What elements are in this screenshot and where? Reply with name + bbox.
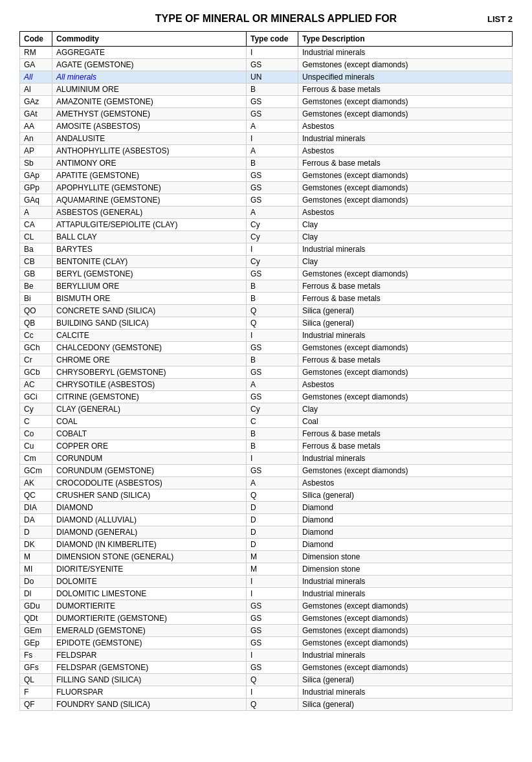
- cell-typecode: I: [247, 47, 298, 59]
- cell-commodity: CALCITE: [52, 330, 247, 342]
- cell-commodity: COAL: [52, 416, 247, 428]
- cell-commodity: CLAY (GENERAL): [52, 403, 247, 416]
- cell-typedesc: Gemstones (except diamonds): [298, 612, 513, 625]
- cell-commodity: AMAZONITE (GEMSTONE): [52, 96, 247, 108]
- cell-code: GB: [20, 268, 52, 280]
- table-row: AllAll mineralsUNUnspecified minerals: [20, 71, 513, 84]
- cell-typedesc: Ferrous & base metals: [298, 293, 513, 305]
- cell-code: AK: [20, 477, 52, 489]
- cell-code: Dl: [20, 588, 52, 600]
- table-row: CcCALCITEIIndustrial minerals: [20, 330, 513, 342]
- cell-typecode: A: [247, 145, 298, 157]
- cell-code: DA: [20, 514, 52, 526]
- cell-code: Cc: [20, 330, 52, 342]
- cell-code: GDu: [20, 600, 52, 612]
- cell-typecode: GS: [247, 391, 298, 403]
- cell-commodity: ANTHOPHYLLITE (ASBESTOS): [52, 145, 247, 157]
- cell-typedesc: Gemstones (except diamonds): [298, 391, 513, 403]
- cell-commodity: AMETHYST (GEMSTONE): [52, 108, 247, 120]
- table-row: FFLUORSPARIIndustrial minerals: [20, 686, 513, 699]
- cell-code: QC: [20, 489, 52, 502]
- cell-typedesc: Gemstones (except diamonds): [298, 637, 513, 649]
- cell-typecode: I: [247, 243, 298, 256]
- cell-commodity: CROCODOLITE (ASBESTOS): [52, 477, 247, 489]
- table-row: DKDIAMOND (IN KIMBERLITE)DDiamond: [20, 539, 513, 551]
- cell-code: All: [20, 71, 52, 84]
- table-row: QOCONCRETE SAND (SILICA)QSilica (general…: [20, 305, 513, 317]
- cell-typedesc: Asbestos: [298, 379, 513, 391]
- cell-typedesc: Gemstones (except diamonds): [298, 366, 513, 379]
- table-row: CAATTAPULGITE/SEPIOLITE (CLAY)CyClay: [20, 219, 513, 231]
- cell-commodity: EPIDOTE (GEMSTONE): [52, 637, 247, 649]
- cell-typecode: C: [247, 416, 298, 428]
- cell-code: GFs: [20, 662, 52, 674]
- cell-typedesc: Clay: [298, 231, 513, 243]
- table-row: CCOALCCoal: [20, 416, 513, 428]
- table-row: APANTHOPHYLLITE (ASBESTOS)AAsbestos: [20, 145, 513, 157]
- table-row: CoCOBALTBFerrous & base metals: [20, 428, 513, 440]
- cell-code: GEp: [20, 637, 52, 649]
- cell-typecode: Q: [247, 305, 298, 317]
- cell-commodity: ASBESTOS (GENERAL): [52, 207, 247, 219]
- table-row: GDuDUMORTIERITEGSGemstones (except diamo…: [20, 600, 513, 612]
- table-row: QLFILLING SAND (SILICA)QSilica (general): [20, 674, 513, 686]
- cell-typecode: M: [247, 551, 298, 563]
- cell-commodity: DIAMOND (IN KIMBERLITE): [52, 539, 247, 551]
- cell-commodity: CHRYSOTILE (ASBESTOS): [52, 379, 247, 391]
- cell-typedesc: Gemstones (except diamonds): [298, 625, 513, 637]
- table-row: GCmCORUNDUM (GEMSTONE)GSGemstones (excep…: [20, 465, 513, 477]
- cell-typecode: B: [247, 428, 298, 440]
- cell-typecode: I: [247, 649, 298, 662]
- cell-code: Fs: [20, 649, 52, 662]
- cell-typedesc: Ferrous & base metals: [298, 428, 513, 440]
- cell-typecode: B: [247, 440, 298, 453]
- cell-code: DIA: [20, 502, 52, 514]
- cell-typedesc: Diamond: [298, 526, 513, 539]
- cell-code: Ba: [20, 243, 52, 256]
- cell-typecode: B: [247, 84, 298, 96]
- cell-typedesc: Gemstones (except diamonds): [298, 96, 513, 108]
- table-row: GBBERYL (GEMSTONE)GSGemstones (except di…: [20, 268, 513, 280]
- cell-commodity: ATTAPULGITE/SEPIOLITE (CLAY): [52, 219, 247, 231]
- table-row: QCCRUSHER SAND (SILICA)QSilica (general): [20, 489, 513, 502]
- cell-commodity: DIORITE/SYENITE: [52, 563, 247, 576]
- table-row: CyCLAY (GENERAL)CyClay: [20, 403, 513, 416]
- cell-commodity: AQUAMARINE (GEMSTONE): [52, 194, 247, 207]
- cell-code: Bi: [20, 293, 52, 305]
- cell-typecode: GS: [247, 182, 298, 194]
- cell-typedesc: Industrial minerals: [298, 576, 513, 588]
- cell-typedesc: Unspecified minerals: [298, 71, 513, 84]
- cell-commodity: DOLOMITE: [52, 576, 247, 588]
- cell-typecode: I: [247, 453, 298, 465]
- table-row: AAAMOSITE (ASBESTOS)AAsbestos: [20, 120, 513, 133]
- cell-commodity: CHRYSOBERYL (GEMSTONE): [52, 366, 247, 379]
- cell-typedesc: Gemstones (except diamonds): [298, 268, 513, 280]
- cell-typedesc: Asbestos: [298, 145, 513, 157]
- cell-typecode: Cy: [247, 403, 298, 416]
- cell-commodity: BERYLLIUM ORE: [52, 280, 247, 293]
- cell-typedesc: Industrial minerals: [298, 649, 513, 662]
- cell-typedesc: Ferrous & base metals: [298, 157, 513, 170]
- cell-commodity: DUMORTIERITE: [52, 600, 247, 612]
- cell-code: GAt: [20, 108, 52, 120]
- cell-typedesc: Asbestos: [298, 477, 513, 489]
- cell-commodity: BENTONITE (CLAY): [52, 256, 247, 268]
- cell-commodity: BUILDING SAND (SILICA): [52, 317, 247, 330]
- cell-code: GCi: [20, 391, 52, 403]
- cell-typedesc: Industrial minerals: [298, 47, 513, 59]
- table-row: BaBARYTESIIndustrial minerals: [20, 243, 513, 256]
- col-header-code: Code: [20, 32, 52, 47]
- cell-commodity: COPPER ORE: [52, 440, 247, 453]
- cell-commodity: CHALCEDONY (GEMSTONE): [52, 342, 247, 354]
- table-row: GAzAMAZONITE (GEMSTONE)GSGemstones (exce…: [20, 96, 513, 108]
- cell-typedesc: Silica (general): [298, 489, 513, 502]
- table-row: GCiCITRINE (GEMSTONE)GSGemstones (except…: [20, 391, 513, 403]
- table-row: GApAPATITE (GEMSTONE)GSGemstones (except…: [20, 170, 513, 182]
- table-row: FsFELDSPARIIndustrial minerals: [20, 649, 513, 662]
- col-header-commodity: Commodity: [52, 32, 247, 47]
- cell-commodity: All minerals: [52, 71, 247, 84]
- cell-typecode: GS: [247, 108, 298, 120]
- table-row: BiBISMUTH OREBFerrous & base metals: [20, 293, 513, 305]
- table-row: GEpEPIDOTE (GEMSTONE)GSGemstones (except…: [20, 637, 513, 649]
- cell-typecode: A: [247, 477, 298, 489]
